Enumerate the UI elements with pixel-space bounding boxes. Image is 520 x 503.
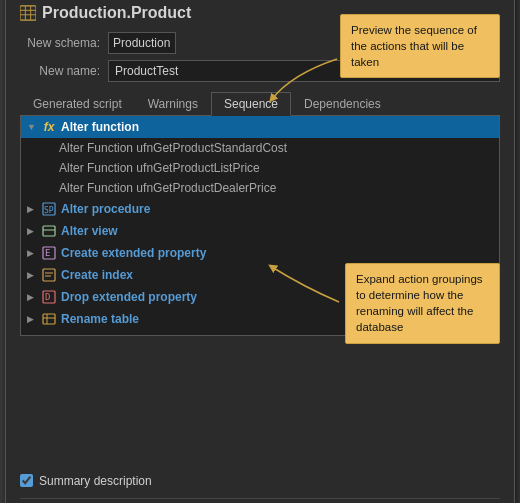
rename-table-icon bbox=[41, 311, 57, 327]
expand-icon-create-ext-prop: ▶ bbox=[27, 248, 37, 258]
tabs: Generated script Warnings Sequence Depen… bbox=[20, 92, 500, 116]
index-icon bbox=[41, 267, 57, 283]
create-index-label: Create index bbox=[61, 268, 133, 282]
tab-generated-script[interactable]: Generated script bbox=[20, 92, 135, 116]
content-area: Production.Product New schema: Productio… bbox=[6, 0, 514, 503]
fx-icon: fx bbox=[41, 119, 57, 135]
rename-table-label: Rename table bbox=[61, 312, 139, 326]
create-ext-prop-label: Create extended property bbox=[61, 246, 206, 260]
callout-top-arrow bbox=[262, 54, 342, 104]
unbind-view-icon bbox=[41, 333, 57, 336]
tree-item-af2[interactable]: Alter Function ufnGetProductListPrice bbox=[21, 158, 499, 178]
af2-label: Alter Function ufnGetProductListPrice bbox=[59, 161, 260, 175]
dialog: Safe rename (table) ? ✕ Production.Produ… bbox=[5, 0, 515, 503]
expand-icon-alter-procedure: ▶ bbox=[27, 204, 37, 214]
schema-label: New schema: bbox=[20, 36, 100, 50]
expand-icon-alter-function: ▼ bbox=[27, 122, 37, 132]
alter-view-label: Alter view bbox=[61, 224, 118, 238]
expand-icon-drop-ext-prop: ▶ bbox=[27, 292, 37, 302]
view-icon bbox=[41, 223, 57, 239]
summary-label: Summary description bbox=[39, 474, 152, 488]
af1-label: Alter Function ufnGetProductStandardCost bbox=[59, 141, 287, 155]
callout-bottom-arrow bbox=[264, 257, 344, 307]
expand-icon-rename-table: ▶ bbox=[27, 314, 37, 324]
svg-rect-7 bbox=[43, 226, 55, 236]
alter-function-label: Alter function bbox=[61, 120, 139, 134]
svg-text:SP: SP bbox=[44, 206, 54, 215]
alter-procedure-label: Alter procedure bbox=[61, 202, 150, 216]
name-label: New name: bbox=[20, 64, 100, 78]
summary-checkbox[interactable] bbox=[20, 474, 33, 487]
callout-bottom: Expand action groupings to determine how… bbox=[345, 263, 500, 343]
svg-rect-11 bbox=[43, 269, 55, 281]
expand-icon-alter-view: ▶ bbox=[27, 226, 37, 236]
svg-text:E: E bbox=[45, 248, 50, 258]
schema-select[interactable]: Production bbox=[108, 32, 176, 54]
svg-rect-16 bbox=[43, 314, 55, 324]
proc-icon: SP bbox=[41, 201, 57, 217]
footer-row: Preview Create script... Cancel bbox=[20, 498, 500, 504]
summary-row: Summary description bbox=[20, 466, 500, 494]
tab-warnings[interactable]: Warnings bbox=[135, 92, 211, 116]
af3-label: Alter Function ufnGetProductDealerPrice bbox=[59, 181, 276, 195]
tree-item-af1[interactable]: Alter Function ufnGetProductStandardCost bbox=[21, 138, 499, 158]
unbind-view-label: Unbind view bbox=[61, 334, 132, 336]
tree-item-create-ext-prop[interactable]: ▶ E Create extended property bbox=[21, 242, 499, 264]
drop-icon: D bbox=[41, 289, 57, 305]
tree-item-alter-function[interactable]: ▼ fx Alter function bbox=[21, 116, 499, 138]
expand-icon-create-index: ▶ bbox=[27, 270, 37, 280]
ext-prop-icon: E bbox=[41, 245, 57, 261]
tree-item-alter-view[interactable]: ▶ Alter view bbox=[21, 220, 499, 242]
svg-text:D: D bbox=[45, 292, 50, 302]
callout-top: Preview the sequence of the actions that… bbox=[340, 14, 500, 78]
drop-ext-prop-label: Drop extended property bbox=[61, 290, 197, 304]
tree-item-af3[interactable]: Alter Function ufnGetProductDealerPrice bbox=[21, 178, 499, 198]
tab-area: Preview the sequence of the actions that… bbox=[20, 92, 500, 336]
svg-rect-0 bbox=[20, 5, 36, 19]
db-header-label: Production.Product bbox=[42, 4, 191, 22]
tree-item-alter-procedure[interactable]: ▶ SP Alter procedure bbox=[21, 198, 499, 220]
table-header-icon bbox=[20, 5, 36, 21]
